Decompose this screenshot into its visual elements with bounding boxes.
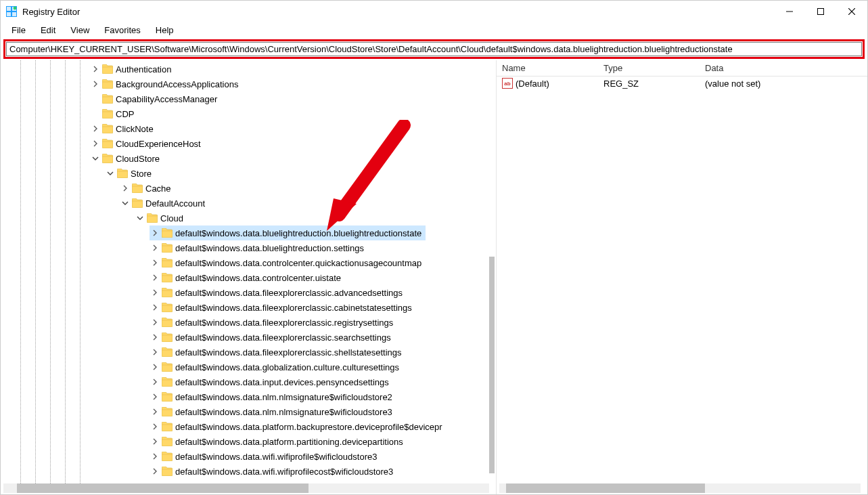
folder-icon bbox=[102, 109, 113, 119]
expand-toggle-icon[interactable] bbox=[150, 391, 160, 402]
folder-icon bbox=[162, 377, 173, 387]
menu-edit[interactable]: Edit bbox=[34, 24, 62, 37]
tree-node[interactable]: default$windows.data.fileexplorerclassic… bbox=[1, 300, 496, 315]
folder-icon bbox=[117, 169, 128, 178]
expand-toggle-icon[interactable] bbox=[150, 317, 160, 328]
expand-toggle-icon[interactable] bbox=[150, 332, 160, 343]
col-header-type[interactable]: Type bbox=[603, 63, 705, 73]
tree-node[interactable]: default$windows.data.wifi.wifiprofile$wi… bbox=[1, 449, 496, 464]
tree-node-label: default$windows.data.wifi.wifiprofilecos… bbox=[175, 467, 397, 477]
tree-node-label: default$windows.data.bluelightreduction.… bbox=[175, 228, 426, 238]
expand-toggle-icon[interactable] bbox=[105, 168, 116, 179]
value-name: (Default) bbox=[516, 79, 549, 89]
menu-help[interactable]: Help bbox=[149, 24, 181, 37]
tree-node[interactable]: CapabilityAccessManager bbox=[1, 91, 496, 106]
tree-node[interactable]: ClickNote bbox=[1, 121, 496, 136]
tree-node[interactable]: default$windows.data.fileexplorerclassic… bbox=[1, 285, 496, 300]
expand-toggle-icon[interactable] bbox=[150, 287, 160, 298]
tree-node[interactable]: default$windows.data.fileexplorerclassic… bbox=[1, 345, 496, 360]
close-button[interactable] bbox=[836, 1, 867, 22]
tree-node-label: default$windows.data.platform.partitioni… bbox=[175, 437, 407, 447]
value-row[interactable]: ab(Default)REG_SZ(value not set) bbox=[497, 77, 867, 90]
tree-node-label: DefaultAccount bbox=[145, 198, 209, 209]
expand-toggle-icon[interactable] bbox=[150, 302, 160, 313]
tree-node[interactable]: default$windows.data.input.devices.pensy… bbox=[1, 374, 496, 389]
expand-toggle-icon[interactable] bbox=[90, 123, 101, 134]
vertical-scrollbar[interactable] bbox=[489, 257, 495, 473]
tree-pane[interactable]: AuthenticationBackgroundAccessApplicatio… bbox=[1, 60, 497, 494]
expand-toggle-icon[interactable] bbox=[90, 138, 101, 149]
tree-node[interactable]: CloudExperienceHost bbox=[1, 136, 496, 151]
expand-toggle-icon[interactable] bbox=[150, 451, 160, 462]
expand-toggle-icon[interactable] bbox=[150, 228, 160, 238]
expand-toggle-icon[interactable] bbox=[150, 421, 160, 432]
tree-node[interactable]: default$windows.data.controlcenter.quick… bbox=[1, 255, 496, 270]
expand-toggle-icon[interactable] bbox=[150, 362, 160, 372]
col-header-data[interactable]: Data bbox=[705, 63, 867, 73]
tree-node-label: default$windows.data.platform.backuprest… bbox=[175, 422, 447, 432]
expand-toggle-icon[interactable] bbox=[150, 376, 160, 387]
folder-icon bbox=[162, 243, 173, 253]
tree-node[interactable]: Store bbox=[1, 166, 496, 181]
expand-toggle-icon[interactable] bbox=[150, 436, 160, 447]
tree-node-label: default$windows.data.bluelightreduction.… bbox=[175, 243, 368, 253]
maximize-button[interactable] bbox=[805, 1, 836, 22]
folder-icon bbox=[132, 198, 143, 208]
tree-node[interactable]: CloudStore bbox=[1, 151, 496, 166]
expand-toggle-icon[interactable] bbox=[150, 406, 160, 417]
col-header-name[interactable]: Name bbox=[502, 63, 603, 73]
address-bar[interactable]: Computer\HKEY_CURRENT_USER\Software\Micr… bbox=[6, 42, 862, 56]
tree-node[interactable]: DefaultAccount bbox=[1, 196, 496, 211]
tree-node-label: Store bbox=[131, 169, 156, 179]
folder-icon bbox=[162, 407, 173, 416]
expand-toggle-icon[interactable] bbox=[135, 213, 145, 223]
expand-toggle-icon[interactable] bbox=[150, 272, 160, 283]
tree-node[interactable]: BackgroundAccessApplications bbox=[1, 77, 496, 91]
minimize-button[interactable] bbox=[774, 1, 805, 22]
tree-node[interactable]: Cloud bbox=[1, 211, 496, 225]
expand-toggle-icon[interactable] bbox=[150, 347, 160, 358]
tree-node[interactable]: default$windows.data.platform.partitioni… bbox=[1, 434, 496, 449]
tree-node[interactable]: default$windows.data.fileexplorerclassic… bbox=[1, 315, 496, 330]
folder-icon bbox=[102, 139, 113, 148]
tree-node[interactable]: default$windows.data.nlm.nlmsignature$wi… bbox=[1, 404, 496, 419]
expand-toggle-icon[interactable] bbox=[150, 257, 160, 268]
tree-node[interactable]: default$windows.data.fileexplorerclassic… bbox=[1, 330, 496, 345]
horizontal-scrollbar-left[interactable] bbox=[3, 483, 489, 493]
expand-toggle-icon[interactable] bbox=[90, 153, 101, 164]
menu-favorites[interactable]: Favorites bbox=[97, 24, 147, 37]
column-headers[interactable]: Name Type Data bbox=[497, 60, 867, 77]
tree-node[interactable]: default$windows.data.controlcenter.uista… bbox=[1, 270, 496, 285]
expand-toggle-icon[interactable] bbox=[150, 242, 160, 253]
values-pane[interactable]: Name Type Data ab(Default)REG_SZ(value n… bbox=[497, 60, 867, 494]
tree-node[interactable]: default$windows.data.bluelightreduction.… bbox=[150, 225, 426, 240]
horizontal-scrollbar-right[interactable] bbox=[499, 483, 861, 493]
folder-icon bbox=[102, 79, 113, 89]
tree-node[interactable]: Cache bbox=[1, 181, 496, 196]
menu-view[interactable]: View bbox=[64, 24, 96, 37]
folder-icon bbox=[162, 318, 173, 327]
tree-node-label: CloudExperienceHost bbox=[116, 139, 205, 149]
folder-icon bbox=[162, 392, 173, 402]
folder-icon bbox=[162, 467, 173, 476]
expand-toggle-icon[interactable] bbox=[150, 466, 160, 477]
tree-node[interactable]: default$windows.data.globalization.cultu… bbox=[1, 360, 496, 374]
menu-file[interactable]: File bbox=[5, 24, 32, 37]
tree-node-label: CloudStore bbox=[116, 154, 164, 164]
tree-node[interactable]: Authentication bbox=[1, 62, 496, 77]
svg-rect-1 bbox=[7, 7, 11, 11]
tree-node[interactable]: default$windows.data.nlm.nlmsignature$wi… bbox=[1, 389, 496, 404]
expand-toggle-icon[interactable] bbox=[120, 183, 131, 194]
tree-node[interactable]: default$windows.data.wifi.wifiprofilecos… bbox=[1, 464, 496, 479]
expand-toggle-icon[interactable] bbox=[120, 198, 131, 209]
tree-node-label: default$windows.data.globalization.cultu… bbox=[175, 362, 403, 372]
expand-toggle-icon[interactable] bbox=[90, 79, 101, 89]
expand-toggle-icon[interactable] bbox=[90, 64, 101, 74]
folder-icon bbox=[102, 64, 113, 74]
window-title: Registry Editor bbox=[22, 7, 774, 17]
tree-node[interactable]: default$windows.data.platform.backuprest… bbox=[1, 419, 496, 434]
expand-toggle-icon bbox=[90, 108, 101, 119]
tree-node[interactable]: CDP bbox=[1, 106, 496, 121]
svg-point-5 bbox=[14, 7, 17, 10]
tree-node[interactable]: default$windows.data.bluelightreduction.… bbox=[1, 240, 496, 255]
